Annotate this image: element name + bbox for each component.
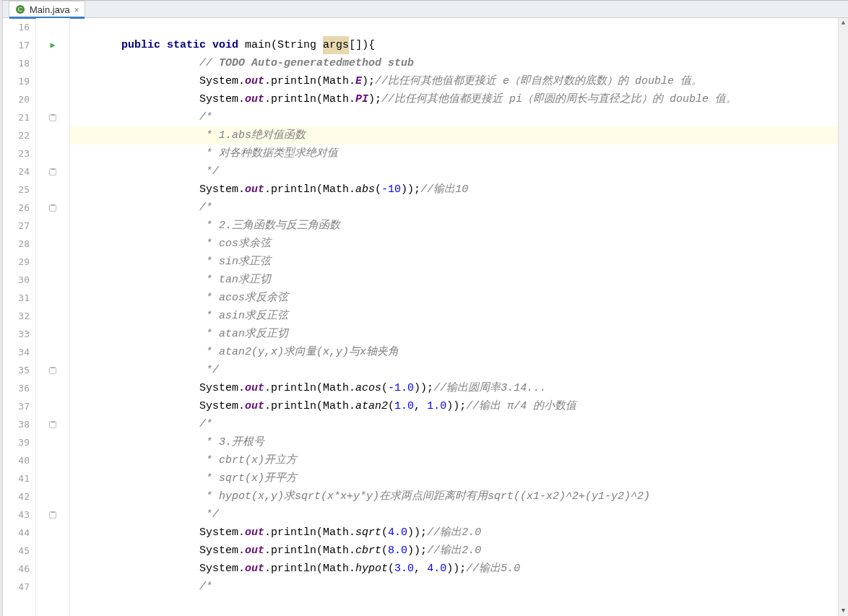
- run-icon[interactable]: ▶: [50, 40, 55, 51]
- fold-toggle-icon[interactable]: [49, 511, 56, 519]
- line-number[interactable]: 44: [3, 524, 30, 542]
- code-line[interactable]: /*: [69, 415, 838, 433]
- code-line[interactable]: * asin求反正弦: [69, 307, 838, 325]
- code-line[interactable]: System.out.println(Math.PI);//比任何其他值都更接近…: [69, 90, 838, 108]
- static-method: acos: [355, 379, 381, 397]
- line-number[interactable]: 41: [3, 469, 30, 487]
- code-line[interactable]: [69, 18, 838, 36]
- line-number[interactable]: 22: [3, 126, 30, 144]
- fold-toggle-icon[interactable]: [49, 204, 56, 212]
- code-text: (: [381, 379, 388, 397]
- code-line[interactable]: * atan求反正切: [69, 325, 838, 343]
- close-icon[interactable]: ✕: [74, 5, 79, 14]
- line-number[interactable]: 30: [3, 271, 30, 289]
- code-text: .println(Math.: [264, 379, 355, 397]
- line-number[interactable]: 28: [3, 235, 30, 253]
- code-line[interactable]: * sqrt(x)开平方: [69, 469, 838, 487]
- code-text: (: [388, 560, 394, 578]
- comment: /*: [199, 199, 212, 217]
- code-line[interactable]: /*: [69, 578, 838, 596]
- fold-toggle-icon[interactable]: [49, 421, 56, 428]
- code-text: .println(Math.: [264, 72, 355, 90]
- fold-toggle-icon[interactable]: [49, 114, 56, 121]
- line-number[interactable]: 21: [3, 108, 30, 126]
- code-area[interactable]: public static void main(String args[]){ …: [69, 18, 838, 616]
- line-number[interactable]: 46: [3, 560, 30, 578]
- comment: * 对各种数据类型求绝对值: [199, 144, 338, 162]
- line-number[interactable]: 26: [3, 199, 30, 217]
- line-number[interactable]: 24: [3, 162, 30, 181]
- line-number[interactable]: 38: [3, 415, 30, 433]
- tab-bar: C Main.java ✕: [3, 1, 848, 18]
- static-method: cbrt: [355, 542, 381, 560]
- code-line[interactable]: System.out.println(Math.hypot(3.0, 4.0))…: [69, 560, 838, 578]
- code-line[interactable]: System.out.println(Math.abs(-10));//输出10: [69, 181, 838, 199]
- tab-main-java[interactable]: C Main.java ✕: [9, 1, 85, 17]
- line-number[interactable]: 32: [3, 307, 30, 325]
- code-line[interactable]: * 对各种数据类型求绝对值: [69, 144, 838, 162]
- fold-toggle-icon[interactable]: [49, 168, 56, 175]
- scroll-up-icon[interactable]: ▲: [839, 18, 848, 28]
- comment: /*: [199, 108, 212, 126]
- line-number[interactable]: 45: [3, 542, 30, 560]
- code-line[interactable]: */: [69, 361, 838, 379]
- code-text: System.: [199, 560, 245, 578]
- line-number[interactable]: 18: [3, 54, 30, 72]
- code-line[interactable]: System.out.println(Math.sqrt(4.0));//输出2…: [69, 524, 838, 542]
- line-number[interactable]: 25: [3, 181, 30, 199]
- code-line[interactable]: * acos求反余弦: [69, 289, 838, 307]
- code-line[interactable]: System.out.println(Math.cbrt(8.0));//输出2…: [69, 542, 838, 560]
- scroll-down-icon[interactable]: ▼: [839, 606, 848, 616]
- code-line[interactable]: * sin求正弦: [69, 253, 838, 271]
- code-line[interactable]: System.out.println(Math.E);//比任何其他值都更接近 …: [69, 72, 838, 90]
- line-number[interactable]: 40: [3, 451, 30, 469]
- line-number[interactable]: 43: [3, 506, 30, 524]
- vertical-scrollbar[interactable]: ▲ ▼: [838, 18, 848, 616]
- code-line[interactable]: /*: [69, 199, 838, 217]
- code-line-highlighted[interactable]: * 1.abs绝对值函数: [69, 126, 838, 144]
- line-number[interactable]: 19: [3, 72, 30, 90]
- comment: * hypot(x,y)求sqrt(x*x+y*y)在求两点间距离时有用sqrt…: [199, 487, 650, 506]
- code-line[interactable]: /*: [69, 108, 838, 126]
- parameter-warning: args: [323, 36, 349, 54]
- java-class-icon: C: [15, 4, 25, 14]
- code-line[interactable]: * cos求余弦: [69, 235, 838, 253]
- code-line[interactable]: * 2.三角函数与反三角函数: [69, 217, 838, 235]
- code-line[interactable]: * cbrt(x)开立方: [69, 451, 838, 469]
- fold-toggle-icon[interactable]: [49, 367, 56, 374]
- code-line[interactable]: public static void main(String args[]){: [69, 36, 838, 54]
- line-number[interactable]: 42: [3, 487, 30, 506]
- line-number[interactable]: 29: [3, 253, 30, 271]
- line-number[interactable]: 27: [3, 217, 30, 235]
- code-text: ));: [414, 379, 433, 397]
- code-text: .println(Math.: [264, 524, 355, 542]
- line-number[interactable]: 33: [3, 325, 30, 343]
- line-number[interactable]: 37: [3, 397, 30, 415]
- line-number[interactable]: 36: [3, 379, 30, 397]
- code-line[interactable]: * 3.开根号: [69, 433, 838, 451]
- code-line[interactable]: // TODO Auto-generatedmethod stub: [69, 54, 838, 72]
- code-line[interactable]: * atan2(y,x)求向量(x,y)与x轴夹角: [69, 343, 838, 361]
- code-line[interactable]: * tan求正切: [69, 271, 838, 289]
- code-text: ));: [407, 524, 427, 542]
- line-number[interactable]: 20: [3, 90, 30, 108]
- line-number[interactable]: 16: [3, 18, 30, 36]
- keyword: static: [167, 36, 206, 54]
- code-line[interactable]: */: [69, 506, 838, 524]
- code-line[interactable]: * hypot(x,y)求sqrt(x*x+y*y)在求两点间距离时有用sqrt…: [69, 487, 838, 506]
- line-number[interactable]: 23: [3, 144, 30, 162]
- code-text: .println(Math.: [264, 90, 355, 108]
- comment: * 2.三角函数与反三角函数: [199, 217, 340, 235]
- code-text: .println(Math.: [264, 397, 355, 415]
- line-number[interactable]: 17: [3, 36, 30, 54]
- code-line[interactable]: System.out.println(Math.atan2(1.0, 1.0))…: [69, 397, 838, 415]
- code-line[interactable]: System.out.println(Math.acos(-1.0));//输出…: [69, 379, 838, 397]
- code-text: (: [381, 524, 388, 542]
- code-line[interactable]: */: [69, 162, 838, 181]
- line-number[interactable]: 31: [3, 289, 30, 307]
- line-number[interactable]: 34: [3, 343, 30, 361]
- line-number[interactable]: 35: [3, 361, 30, 379]
- comment: //比任何其他值都更接近 pi（即圆的周长与直径之比）的 double 值。: [381, 90, 737, 108]
- line-number[interactable]: 47: [3, 578, 30, 596]
- line-number[interactable]: 39: [3, 433, 30, 451]
